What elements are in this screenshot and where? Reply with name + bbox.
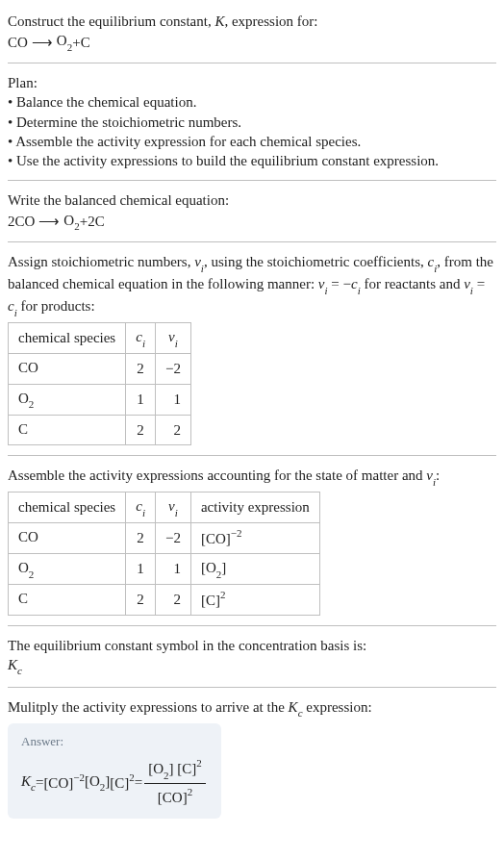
- col-nui: νi: [155, 493, 190, 523]
- divider: [8, 63, 496, 63]
- prompt-part2: , expression for:: [224, 13, 317, 29]
- table-row: C 2 2: [9, 415, 191, 445]
- balanced-intro: Write the balanced chemical equation:: [8, 190, 496, 210]
- col-species: chemical species: [9, 493, 126, 523]
- table-header-row: chemical species ci νi: [9, 322, 191, 353]
- cell-activity: [O2]: [190, 553, 319, 584]
- divider: [8, 180, 496, 181]
- coef: 2: [8, 212, 15, 231]
- table-row: O2 1 1: [9, 384, 191, 415]
- numerator: [O2] [C]2: [144, 757, 206, 784]
- divider: [8, 455, 496, 456]
- eq-lhs: CO: [8, 33, 28, 52]
- question-text: Construct the equilibrium constant, K, e…: [8, 12, 496, 31]
- unbalanced-equation: CO ⟶ O2 + C: [8, 31, 496, 53]
- prompt-part1: Construct the equilibrium constant,: [8, 13, 214, 29]
- species: C: [95, 212, 105, 231]
- table-row: O2 1 1 [O2]: [9, 553, 320, 584]
- cell-ci: 2: [126, 353, 156, 384]
- cell-activity: [CO]−2: [190, 523, 319, 554]
- stoich-intro: Assign stoichiometric numbers, νi, using…: [8, 252, 496, 318]
- col-ci: ci: [126, 322, 156, 353]
- fraction: [O2] [C]2 [CO]2: [144, 757, 206, 807]
- cell-activity: [C]2: [190, 584, 319, 615]
- activity-block: Assemble the activity expressions accoun…: [8, 460, 496, 620]
- cell-species: CO: [9, 353, 126, 384]
- plan-item: Assemble the activity expression for eac…: [8, 132, 496, 151]
- cell-species: CO: [9, 523, 126, 554]
- cell-nui: 1: [155, 384, 190, 415]
- plan-item: Determine the stoichiometric numbers.: [8, 113, 496, 132]
- cell-nui: −2: [155, 353, 190, 384]
- multiply-intro: Mulitply the activity expressions to arr…: [8, 697, 496, 720]
- eq-rhs-o2: O2: [57, 31, 72, 53]
- cell-species: C: [9, 584, 126, 615]
- kc: Kc: [21, 771, 36, 794]
- term1: [CO]−2: [43, 771, 85, 793]
- stoich-table: chemical species ci νi CO 2 −2 O2 1 1 C …: [8, 322, 191, 445]
- cell-nui: 2: [155, 415, 190, 445]
- kc-symbol: Kc: [8, 655, 496, 677]
- plus: +: [80, 212, 88, 231]
- plan-item: Balance the chemical equation.: [8, 92, 496, 112]
- activity-table: chemical species ci νi activity expressi…: [8, 492, 320, 615]
- cell-nui: 1: [155, 553, 190, 584]
- balanced-block: Write the balanced chemical equation: 2 …: [8, 185, 496, 238]
- cell-species: C: [9, 415, 126, 445]
- col-activity: activity expression: [190, 493, 319, 523]
- equals: =: [135, 772, 142, 792]
- cell-nui: 2: [155, 584, 190, 615]
- cell-ci: 2: [126, 523, 156, 554]
- table-row: CO 2 −2 [CO]−2: [9, 523, 320, 554]
- plan-title: Plan:: [8, 73, 496, 92]
- coef: 2: [88, 212, 95, 231]
- cell-ci: 1: [126, 384, 156, 415]
- answer-label: Answer:: [21, 733, 208, 750]
- equals: =: [36, 772, 43, 792]
- table-row: C 2 2 [C]2: [9, 584, 320, 615]
- plan-block: Plan: Balance the chemical equation. Det…: [8, 67, 496, 176]
- term3: [C]2: [110, 771, 135, 793]
- divider: [8, 241, 496, 242]
- species-o2: O2: [63, 211, 79, 233]
- cell-species: O2: [9, 553, 126, 584]
- activity-intro: Assemble the activity expressions accoun…: [8, 466, 496, 488]
- k-var: K: [214, 13, 224, 29]
- divider: [8, 687, 496, 688]
- col-nui: νi: [155, 322, 190, 353]
- cell-species: O2: [9, 384, 126, 415]
- cell-ci: 2: [126, 584, 156, 615]
- denominator: [CO]2: [144, 784, 206, 807]
- kc-symbol-block: The equilibrium constant symbol in the c…: [8, 630, 496, 683]
- term2: [O2]: [85, 771, 110, 794]
- cell-ci: 2: [126, 415, 156, 445]
- col-species: chemical species: [9, 322, 126, 353]
- question-block: Construct the equilibrium constant, K, e…: [8, 6, 496, 59]
- multiply-block: Mulitply the activity expressions to arr…: [8, 692, 496, 824]
- eq-rhs-c: C: [81, 33, 90, 52]
- table-header-row: chemical species ci νi activity expressi…: [9, 493, 320, 523]
- stoich-block: Assign stoichiometric numbers, νi, using…: [8, 246, 496, 451]
- kc-intro: The equilibrium constant symbol in the c…: [8, 636, 496, 655]
- eq-arrow: ⟶: [35, 212, 63, 231]
- answer-box: Answer: Kc = [CO]−2 [O2] [C]2 = [O2] [C]…: [8, 723, 221, 820]
- answer-equation: Kc = [CO]−2 [O2] [C]2 = [O2] [C]2 [CO]2: [21, 757, 208, 807]
- col-ci: ci: [126, 493, 156, 523]
- balanced-equation: 2 CO ⟶ O2 + 2 C: [8, 211, 496, 233]
- eq-arrow: ⟶: [28, 33, 57, 52]
- divider: [8, 625, 496, 626]
- species: CO: [15, 212, 36, 231]
- cell-ci: 1: [126, 553, 156, 584]
- plan-list: Balance the chemical equation. Determine…: [8, 92, 496, 170]
- cell-nui: −2: [155, 523, 190, 554]
- eq-plus: +: [72, 33, 80, 52]
- plan-item: Use the activity expressions to build th…: [8, 151, 496, 170]
- table-row: CO 2 −2: [9, 353, 191, 384]
